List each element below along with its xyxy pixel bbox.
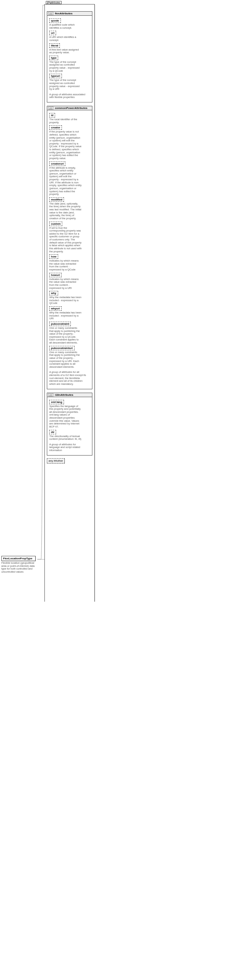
group-common-title: commonPowerAttributes bbox=[55, 107, 87, 110]
attr-name-pubconstrainturi: pubconstrainturi bbox=[49, 346, 75, 350]
attributes-icon bbox=[47, 2, 50, 4]
attr-name-whyuri: whyuri bbox=[49, 306, 62, 311]
group-flex-desc: A group of attributes associated with fl… bbox=[47, 92, 89, 101]
attr-desc-id: The local identifier of the property. bbox=[49, 118, 82, 124]
any-attribute-label: any ##other bbox=[49, 459, 63, 462]
attr-name-dir: dir bbox=[49, 430, 56, 434]
grp-badge: grp bbox=[48, 12, 53, 15]
attr-desc-typeuri: The type of the concept assigned as cont… bbox=[49, 79, 82, 91]
attr-pubconstrainturi: pubconstrainturiOne or many constraints … bbox=[49, 346, 90, 369]
attr-name-howuri: howuri bbox=[49, 273, 62, 277]
attr-desc-literal: A free-text value assigned as property v… bbox=[49, 48, 82, 54]
attributes-tab-label: attributes bbox=[50, 2, 60, 4]
attr-type: typeThe type of the concept assigned as … bbox=[49, 56, 90, 73]
any-attribute: any ##other bbox=[47, 458, 65, 463]
attr-name-id: id bbox=[49, 113, 55, 118]
attr-desc-pubconstrainturi: One or many constraints that apply to pu… bbox=[49, 351, 82, 369]
attr-creator: creatorIf the property value is not defi… bbox=[49, 125, 90, 160]
attr-desc-qcode: A qualified code which identifies a conc… bbox=[49, 24, 82, 29]
attr-desc-dir: The directionality of textual content (e… bbox=[49, 435, 82, 441]
group-flex-title: flexAttributes bbox=[55, 12, 72, 15]
root-desc: Flexible location (geopolitical area or … bbox=[2, 562, 35, 574]
attr-name-modified: modified bbox=[49, 197, 64, 202]
attr-custom: customIf set to true the corresponding p… bbox=[49, 222, 90, 253]
group-common-header: grpcommonPowerAttributes bbox=[47, 106, 92, 110]
group-flex-body: qcodeA qualified code which identifies a… bbox=[47, 15, 92, 102]
attr-name-type: type bbox=[49, 56, 58, 60]
grp-badge: grp bbox=[48, 393, 53, 396]
attr-creatoruri: creatoruriIf the attribute is empty, spe… bbox=[49, 162, 90, 196]
attr-name-custom: custom bbox=[49, 222, 62, 226]
group-i18n-header: grpi18nAttributes bbox=[47, 393, 92, 397]
attributes-container: attributes grpflexAttributes qcodeA qual… bbox=[45, 4, 95, 602]
root-type: FlexLocationPropType Flexible location (… bbox=[2, 556, 35, 574]
attr-literal: literalA free-text value assigned as pro… bbox=[49, 43, 90, 54]
attr-name-xmllang: xml:lang bbox=[49, 400, 64, 404]
attr-xmllang: xml:langSpecifies the language of this p… bbox=[49, 400, 90, 428]
attr-modified: modifiedThe date (and, optionally, the t… bbox=[49, 197, 90, 220]
attr-how: howIndicates by which means the value wa… bbox=[49, 255, 90, 272]
attr-whyuri: whyuriWhy the metadata has been included… bbox=[49, 306, 90, 320]
attr-desc-how: Indicates by which means the value was e… bbox=[49, 259, 82, 272]
attr-desc-type: The type of the concept assigned as cont… bbox=[49, 61, 82, 73]
attributes-tab: attributes bbox=[46, 1, 62, 4]
grp-badge: grp bbox=[48, 107, 53, 110]
attr-desc-custom: If set to true the corresponding propert… bbox=[49, 227, 82, 253]
group-flex-attributes-header: grpflexAttributes bbox=[47, 11, 92, 16]
attr-name-creator: creator bbox=[49, 125, 62, 130]
attr-desc-pubconstraint: One or many constraints that apply to pu… bbox=[49, 327, 82, 345]
attr-typeuri: typeuriThe type of the concept assigned … bbox=[49, 74, 90, 91]
attr-qcode: qcodeA qualified code which identifies a… bbox=[49, 18, 90, 29]
attr-id: idThe local identifier of the property. bbox=[49, 113, 90, 124]
attr-name-how: how bbox=[49, 255, 58, 259]
attr-dir: dirThe directionality of textual content… bbox=[49, 430, 90, 441]
attr-desc-uri: A URI which identifies a concept. bbox=[49, 36, 82, 42]
attr-desc-modified: The date (and, optionally, the time) whe… bbox=[49, 202, 82, 220]
attr-name-qcode: qcode bbox=[49, 18, 61, 23]
attr-name-creatoruri: creatoruri bbox=[49, 162, 66, 166]
group-common-desc: A group of attributes for all elements o… bbox=[47, 370, 89, 387]
root-title: FlexLocationPropType bbox=[3, 557, 34, 560]
group-common-body: idThe local identifier of the property. … bbox=[47, 110, 92, 389]
attr-howuri: howuriIndicates by which means the value… bbox=[49, 273, 90, 290]
attr-uri: uriA URI which identifies a concept. bbox=[49, 31, 90, 42]
attr-why: whyWhy the metadata has been included - … bbox=[49, 291, 90, 305]
attr-desc-creator: If the property value is not defined, sp… bbox=[49, 130, 82, 160]
group-i18n-desc: A group of attributes for language and s… bbox=[47, 442, 89, 454]
attr-desc-xmllang: Specifies the language of this property … bbox=[49, 405, 82, 428]
attr-desc-howuri: Indicates by which means the value was e… bbox=[49, 278, 82, 290]
attr-pubconstraint: pubconstraintOne or many constraints tha… bbox=[49, 322, 90, 345]
group-i18n-title: i18nAttributes bbox=[55, 393, 73, 396]
attr-desc-creatoruri: If the attribute is empty, specifies whi… bbox=[49, 167, 82, 196]
attr-name-why: why bbox=[49, 291, 58, 295]
attr-desc-why: Why the metadata has been included - exp… bbox=[49, 296, 82, 305]
attr-name-uri: uri bbox=[49, 31, 56, 35]
attr-name-pubconstraint: pubconstraint bbox=[49, 322, 71, 326]
attr-name-typeuri: typeuri bbox=[49, 74, 62, 78]
group-i18n-body: xml:langSpecifies the language of this p… bbox=[47, 397, 92, 455]
attr-desc-whyuri: Why the metadata has been included - exp… bbox=[49, 312, 82, 320]
attr-name-literal: literal bbox=[49, 43, 60, 48]
